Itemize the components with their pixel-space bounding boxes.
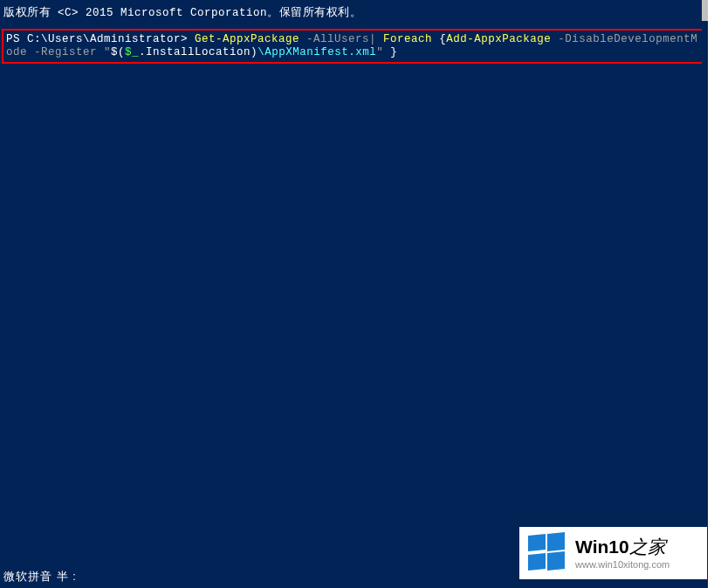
brace-open: { (439, 33, 446, 45)
command-highlight-box: PS C:\Users\Administrator> Get-AppxPacka… (2, 29, 706, 64)
dollar-underscore: $_ (125, 46, 139, 58)
cmdlet-get-appxpackage: Get-AppxPackage (195, 33, 299, 45)
vertical-scrollbar[interactable] (702, 0, 708, 588)
ps-prompt: PS C:\Users\Administrator> (6, 33, 195, 45)
param-allusers: -AllUsers (299, 33, 369, 45)
pipe-operator: | (369, 33, 376, 45)
watermark-url: www.win10xitong.com (575, 559, 669, 570)
brace-close: } (383, 46, 397, 58)
quote-close: " (376, 46, 383, 58)
windows-logo-icon (526, 533, 566, 573)
expr-close: ) (251, 46, 257, 58)
install-location-prop: .InstallLocation (139, 46, 251, 58)
quote-open: " (104, 46, 111, 58)
terminal-output-area[interactable] (0, 66, 702, 567)
scrollbar-thumb[interactable] (702, 0, 708, 21)
cmdlet-add-appxpackage: Add-AppxPackage (446, 33, 551, 45)
watermark-title: Win10之家 (575, 537, 669, 557)
foreach-keyword: Foreach (376, 33, 439, 45)
watermark-badge: Win10之家 www.win10xitong.com (519, 527, 707, 579)
watermark-text: Win10之家 www.win10xitong.com (575, 537, 669, 569)
appxmanifest-path: \AppXManifest.xml (257, 46, 376, 58)
ime-status-bar: 微软拼音 半 : (3, 569, 77, 585)
copyright-text: 版权所有 <C> 2015 Microsoft Corporation。保留所有… (0, 0, 708, 24)
powershell-terminal[interactable]: 版权所有 <C> 2015 Microsoft Corporation。保留所有… (0, 0, 708, 588)
expr-open: $( (111, 46, 125, 58)
